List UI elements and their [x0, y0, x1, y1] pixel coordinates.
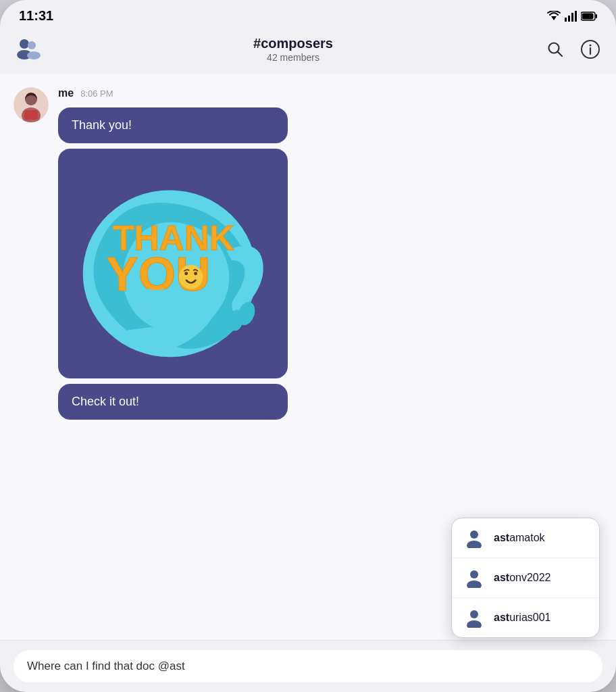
mention-suffix-1: amatok [509, 532, 544, 543]
svg-point-33 [467, 580, 482, 588]
mention-highlight-1: ast [494, 532, 509, 543]
search-button[interactable] [543, 37, 567, 61]
input-bar: astamatok astonv2022 asturias001 [0, 640, 616, 692]
svg-line-13 [558, 52, 563, 57]
battery-icon [581, 11, 597, 21]
people-menu-icon[interactable] [14, 34, 43, 64]
message-input[interactable] [14, 650, 602, 683]
svg-rect-20 [24, 110, 38, 120]
status-icons [547, 11, 597, 22]
channel-name: #composers [51, 36, 535, 51]
mention-highlight-2: ast [494, 572, 509, 583]
svg-rect-1 [565, 18, 567, 22]
status-bar: 11:31 [0, 0, 616, 29]
mention-name-2: astonv2022 [494, 572, 551, 584]
header-actions [543, 37, 602, 61]
svg-point-27 [179, 265, 203, 289]
mention-suffix-3: urias001 [509, 612, 550, 623]
svg-point-34 [470, 610, 478, 618]
sender-line: me 8:06 PM [58, 87, 288, 99]
mention-item-3[interactable]: asturias001 [452, 598, 599, 637]
phone-frame: 11:31 [0, 0, 616, 692]
search-icon [546, 41, 564, 58]
svg-point-16 [590, 45, 592, 47]
mention-item-2[interactable]: astonv2022 [452, 558, 599, 598]
wifi-icon [547, 11, 561, 22]
svg-rect-4 [575, 11, 577, 22]
header: #composers 42 members [0, 29, 616, 74]
status-time: 11:31 [19, 8, 53, 24]
sender-name: me [58, 87, 74, 99]
signal-icon [565, 11, 577, 22]
svg-point-32 [470, 570, 478, 578]
sender-time: 8:06 PM [80, 89, 113, 99]
mention-dropdown: astamatok astonv2022 asturias001 [451, 518, 600, 638]
messages-column: me 8:06 PM Thank you! [58, 87, 288, 420]
mention-avatar-icon-3 [464, 608, 484, 628]
avatar [14, 87, 49, 122]
mention-avatar-icon-2 [464, 568, 484, 588]
sticker-bubble: THANK YOU [58, 149, 288, 378]
info-button[interactable] [578, 37, 602, 61]
header-center: #composers 42 members [51, 36, 535, 63]
mention-avatar-icon-1 [464, 528, 484, 548]
svg-point-29 [194, 272, 197, 276]
svg-rect-2 [568, 16, 570, 22]
svg-point-31 [467, 541, 482, 548]
message-group: me 8:06 PM Thank you! [14, 87, 602, 420]
thank-you-sticker: THANK YOU [66, 157, 280, 370]
info-icon [580, 39, 600, 59]
text-bubble-1: Thank you! [58, 107, 288, 143]
svg-point-11 [27, 51, 41, 59]
mention-item-1[interactable]: astamatok [452, 518, 599, 558]
svg-marker-0 [551, 16, 557, 20]
svg-rect-3 [571, 13, 573, 22]
mention-highlight-3: ast [494, 612, 509, 623]
members-count: 42 members [51, 52, 535, 63]
svg-point-28 [184, 272, 188, 276]
svg-rect-7 [596, 14, 597, 18]
mention-name-3: asturias001 [494, 612, 551, 624]
svg-point-30 [470, 530, 478, 539]
svg-point-8 [20, 39, 29, 49]
svg-point-35 [467, 620, 482, 628]
text-bubble-2: Check it out! [58, 384, 288, 420]
mention-suffix-2: onv2022 [509, 572, 550, 583]
svg-point-10 [28, 41, 36, 49]
mention-name-1: astamatok [494, 532, 545, 544]
svg-rect-6 [582, 13, 594, 19]
